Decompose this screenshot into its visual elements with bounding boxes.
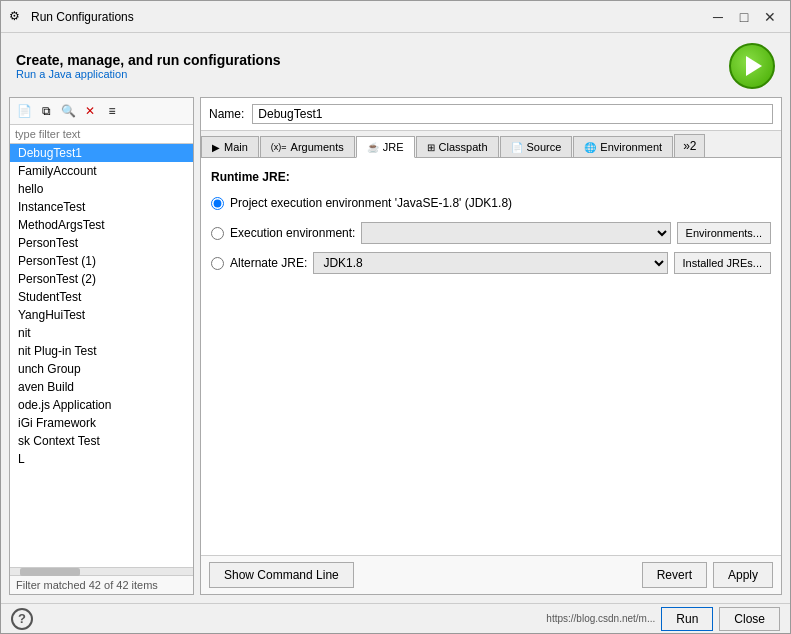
title-bar-controls: ─ □ ✕	[706, 7, 782, 27]
runtime-jre-label: Runtime JRE:	[211, 170, 771, 184]
execution-environment-combo[interactable]	[361, 222, 670, 244]
window-title: Run Configurations	[31, 10, 134, 24]
filter-input[interactable]	[10, 125, 193, 144]
name-input[interactable]	[252, 104, 773, 124]
filter-status: Filter matched 42 of 42 items	[10, 575, 193, 594]
footer-url: https://blog.csdn.net/m...	[546, 613, 655, 624]
header-text: Create, manage, and run configurations R…	[16, 52, 281, 80]
environments-button[interactable]: Environments...	[677, 222, 771, 244]
header-heading: Create, manage, and run configurations	[16, 52, 281, 68]
run-triangle-icon	[746, 56, 762, 76]
bottom-right-actions: Revert Apply	[642, 562, 773, 588]
list-item[interactable]: InstanceTest	[10, 198, 193, 216]
list-item[interactable]: PersonTest (2)	[10, 270, 193, 288]
alternate-jre-label[interactable]: Alternate JRE:	[230, 256, 307, 270]
tab-overflow-label: »2	[683, 139, 696, 153]
run-configurations-window: ⚙ Run Configurations ─ □ ✕ Create, manag…	[0, 0, 791, 634]
duplicate-config-button[interactable]: ⧉	[36, 101, 56, 121]
execution-environment-label[interactable]: Execution environment:	[230, 226, 355, 240]
list-item[interactable]: PersonTest (1)	[10, 252, 193, 270]
project-execution-label[interactable]: Project execution environment 'JavaSE-1.…	[230, 196, 512, 210]
collapse-all-button[interactable]: ≡	[102, 101, 122, 121]
list-item[interactable]: DebugTest1	[10, 144, 193, 162]
minimize-button[interactable]: ─	[706, 7, 730, 27]
list-item[interactable]: iGi Framework	[10, 414, 193, 432]
project-execution-row: Project execution environment 'JavaSE-1.…	[211, 192, 771, 214]
classpath-tab-icon: ⊞	[427, 142, 435, 153]
tab-environment[interactable]: 🌐 Environment	[573, 136, 673, 157]
new-config-button[interactable]: 📄	[14, 101, 34, 121]
execution-environment-row: Execution environment: Environments...	[211, 222, 771, 244]
list-item[interactable]: L	[10, 450, 193, 468]
window-footer: ? https://blog.csdn.net/m... Run Close	[1, 603, 790, 633]
footer-right: https://blog.csdn.net/m... Run Close	[546, 607, 780, 631]
source-tab-icon: 📄	[511, 142, 523, 153]
tab-environment-label: Environment	[600, 141, 662, 153]
tab-overflow[interactable]: »2	[674, 134, 705, 157]
arguments-tab-icon: (x)=	[271, 142, 287, 152]
tab-arguments[interactable]: (x)= Arguments	[260, 136, 355, 157]
list-item[interactable]: hello	[10, 180, 193, 198]
help-button[interactable]: ?	[11, 608, 33, 630]
name-label: Name:	[209, 107, 244, 121]
title-bar-left: ⚙ Run Configurations	[9, 9, 134, 25]
list-item[interactable]: unch Group	[10, 360, 193, 378]
tab-main[interactable]: ▶ Main	[201, 136, 259, 157]
alternate-jre-row: Alternate JRE: JDK1.8 Installed JREs...	[211, 252, 771, 274]
tab-jre[interactable]: ☕ JRE	[356, 136, 415, 158]
footer-close-button[interactable]: Close	[719, 607, 780, 631]
config-list: DebugTest1 FamilyAccount hello InstanceT…	[10, 144, 193, 567]
maximize-button[interactable]: □	[732, 7, 756, 27]
run-button[interactable]	[729, 43, 775, 89]
apply-button[interactable]: Apply	[713, 562, 773, 588]
tab-classpath[interactable]: ⊞ Classpath	[416, 136, 499, 157]
tab-source-label: Source	[527, 141, 562, 153]
tabs-bar: ▶ Main (x)= Arguments ☕ JRE ⊞ Classpath …	[201, 131, 781, 158]
footer-run-button[interactable]: Run	[661, 607, 713, 631]
tab-jre-label: JRE	[383, 141, 404, 153]
list-item[interactable]: ode.js Application	[10, 396, 193, 414]
header-section: Create, manage, and run configurations R…	[1, 33, 790, 97]
list-item[interactable]: YangHuiTest	[10, 306, 193, 324]
execution-environment-radio[interactable]	[211, 227, 224, 240]
horizontal-scrollbar[interactable]	[10, 567, 193, 575]
list-item[interactable]: MethodArgsTest	[10, 216, 193, 234]
main-tab-icon: ▶	[212, 142, 220, 153]
list-item[interactable]: aven Build	[10, 378, 193, 396]
list-item[interactable]: nit	[10, 324, 193, 342]
window-icon: ⚙	[9, 9, 25, 25]
show-command-line-button[interactable]: Show Command Line	[209, 562, 354, 588]
tab-arguments-label: Arguments	[291, 141, 344, 153]
revert-button[interactable]: Revert	[642, 562, 707, 588]
list-item[interactable]: StudentTest	[10, 288, 193, 306]
list-item[interactable]: sk Context Test	[10, 432, 193, 450]
project-execution-radio[interactable]	[211, 197, 224, 210]
delete-config-button[interactable]: ✕	[80, 101, 100, 121]
list-item[interactable]: PersonTest	[10, 234, 193, 252]
jre-tab-content: Runtime JRE: Project execution environme…	[201, 158, 781, 555]
right-panel: Name: ▶ Main (x)= Arguments ☕ JRE ⊞	[200, 97, 782, 595]
list-item[interactable]: FamilyAccount	[10, 162, 193, 180]
tab-source[interactable]: 📄 Source	[500, 136, 573, 157]
tab-main-label: Main	[224, 141, 248, 153]
alternate-jre-combo[interactable]: JDK1.8	[313, 252, 667, 274]
left-panel: 📄 ⧉ 🔍 ✕ ≡ DebugTest1 FamilyAccount hello…	[9, 97, 194, 595]
bottom-action-bar: Show Command Line Revert Apply	[201, 555, 781, 594]
name-row: Name:	[201, 98, 781, 131]
jre-tab-icon: ☕	[367, 142, 379, 153]
search-config-button[interactable]: 🔍	[58, 101, 78, 121]
title-bar: ⚙ Run Configurations ─ □ ✕	[1, 1, 790, 33]
scrollbar-thumb[interactable]	[20, 568, 80, 576]
list-item[interactable]: nit Plug-in Test	[10, 342, 193, 360]
environment-tab-icon: 🌐	[584, 142, 596, 153]
alternate-jre-radio[interactable]	[211, 257, 224, 270]
close-window-button[interactable]: ✕	[758, 7, 782, 27]
left-toolbar: 📄 ⧉ 🔍 ✕ ≡	[10, 98, 193, 125]
installed-jres-button[interactable]: Installed JREs...	[674, 252, 771, 274]
bottom-left-actions: Show Command Line	[209, 562, 354, 588]
tab-classpath-label: Classpath	[439, 141, 488, 153]
main-content: 📄 ⧉ 🔍 ✕ ≡ DebugTest1 FamilyAccount hello…	[1, 97, 790, 603]
header-sublink[interactable]: Run a Java application	[16, 68, 281, 80]
